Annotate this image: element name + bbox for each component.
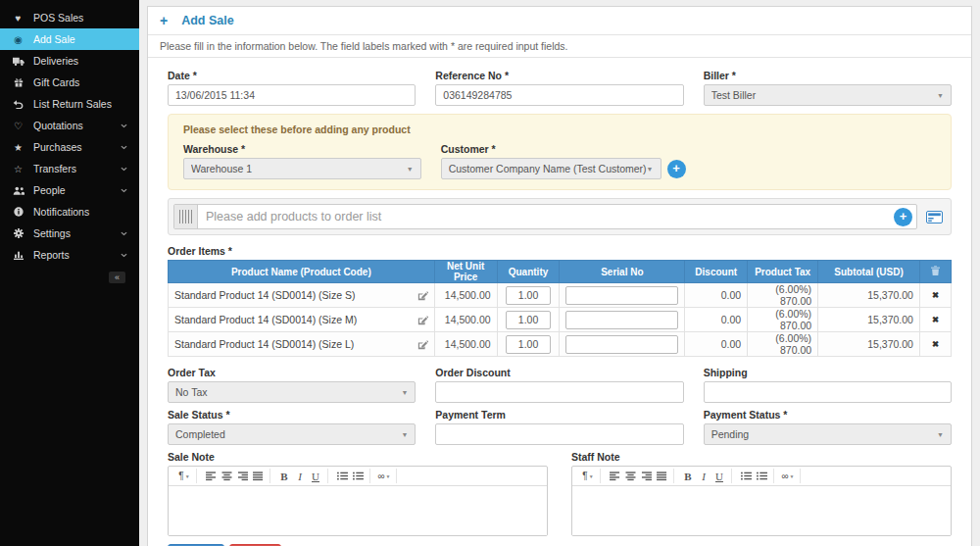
sale-status-select[interactable]: Completed ▼ bbox=[168, 423, 416, 445]
trash-icon bbox=[931, 267, 940, 277]
paragraph-style-icon[interactable]: ¶▼ bbox=[177, 469, 191, 483]
align-center-icon[interactable] bbox=[623, 469, 637, 483]
sidebar-item-list-return-sales[interactable]: List Return Sales bbox=[0, 93, 139, 115]
sidebar-item-purchases[interactable]: ★Purchases bbox=[0, 136, 139, 158]
biller-select[interactable]: Test Biller ▼ bbox=[704, 84, 952, 106]
delete-cell: ✖ bbox=[919, 308, 951, 332]
sidebar-item-label: Transfers bbox=[33, 163, 112, 174]
sidebar-item-label: Deliveries bbox=[33, 55, 127, 67]
link-icon[interactable]: ∞▼ bbox=[377, 469, 391, 483]
link-icon[interactable]: ∞▼ bbox=[781, 469, 795, 483]
chevron-down-icon: ▼ bbox=[401, 431, 408, 438]
underline-icon[interactable]: U bbox=[712, 469, 726, 483]
quantity-cell bbox=[497, 332, 560, 357]
chevron-down-icon: ▼ bbox=[937, 92, 944, 99]
order-item-row: Standard Product 14 (SD0014) (Size S)14,… bbox=[169, 283, 952, 308]
align-center-icon[interactable] bbox=[220, 469, 233, 483]
sidebar-item-gift-cards[interactable]: Gift Cards bbox=[0, 72, 139, 93]
italic-icon[interactable]: I bbox=[697, 469, 710, 483]
biller-value: Test Biller bbox=[711, 89, 937, 101]
payment-term-input[interactable] bbox=[435, 423, 683, 445]
paragraph-style-icon[interactable]: ¶▼ bbox=[581, 469, 595, 483]
bold-icon[interactable]: B bbox=[277, 469, 291, 483]
payment-status-label: Payment Status * bbox=[704, 409, 952, 421]
product-tax-cell: (6.00%) 870.00 bbox=[748, 283, 818, 308]
sidebar-item-people[interactable]: People bbox=[0, 179, 139, 201]
edit-product-icon[interactable] bbox=[417, 339, 428, 350]
payment-term-label: Payment Term bbox=[435, 409, 683, 421]
ordered-list-icon[interactable] bbox=[351, 469, 365, 483]
align-justify-icon[interactable] bbox=[655, 469, 668, 483]
app-window: ♥POS Sales◉Add SaleDeliveriesGift CardsL… bbox=[0, 0, 980, 546]
serial-no-input[interactable] bbox=[565, 311, 678, 329]
add-product-button[interactable]: + bbox=[894, 208, 912, 226]
sidebar-item-transfers[interactable]: ☆Transfers bbox=[0, 158, 139, 179]
customer-select[interactable]: Customer Company Name (Test Customer) ▼ bbox=[441, 158, 662, 179]
sidebar-item-settings[interactable]: Settings bbox=[0, 223, 139, 244]
order-tax-select[interactable]: No Tax ▼ bbox=[168, 381, 416, 403]
remove-row-icon[interactable]: ✖ bbox=[926, 315, 945, 324]
edit-product-icon[interactable] bbox=[417, 315, 428, 325]
chevron-down-icon bbox=[121, 188, 127, 193]
ordered-list-icon[interactable] bbox=[755, 469, 768, 483]
delete-column-header bbox=[919, 261, 951, 283]
align-right-icon[interactable] bbox=[639, 469, 653, 483]
product-search-input[interactable] bbox=[198, 210, 894, 223]
align-right-icon[interactable] bbox=[235, 469, 249, 483]
payment-status-select[interactable]: Pending ▼ bbox=[704, 423, 952, 445]
align-justify-icon[interactable] bbox=[251, 469, 265, 483]
sidebar-item-label: Gift Cards bbox=[33, 76, 127, 88]
serial-no-input[interactable] bbox=[565, 286, 678, 305]
shipping-input[interactable] bbox=[704, 381, 952, 403]
column-header: Product Name (Product Code) bbox=[169, 261, 435, 283]
unordered-list-icon[interactable] bbox=[739, 469, 753, 483]
product-search-bar: + bbox=[168, 198, 952, 235]
sidebar-item-add-sale[interactable]: ◉Add Sale bbox=[0, 28, 139, 50]
date-input[interactable] bbox=[168, 84, 416, 106]
add-customer-button[interactable]: + bbox=[667, 160, 686, 178]
sidebar-collapse-button[interactable]: « bbox=[109, 272, 125, 283]
sidebar-item-pos-sales[interactable]: ♥POS Sales bbox=[0, 7, 139, 28]
remove-row-icon[interactable]: ✖ bbox=[926, 290, 945, 300]
staff-note-field: Staff Note ¶▼BIU∞▼ bbox=[571, 451, 952, 536]
order-discount-field: Order Discount bbox=[435, 367, 683, 403]
form-body: Date * Reference No * Biller * Test Bill… bbox=[148, 58, 971, 546]
staff-note-content[interactable] bbox=[572, 486, 951, 535]
order-discount-input[interactable] bbox=[435, 381, 683, 403]
quantity-input[interactable] bbox=[506, 286, 551, 305]
main-area: + Add Sale Please fill in the informatio… bbox=[139, 0, 980, 546]
warehouse-select[interactable]: Warehouse 1 ▼ bbox=[183, 158, 421, 179]
sidebar-item-reports[interactable]: Reports bbox=[0, 244, 139, 266]
toolbar-group: ¶▼ bbox=[172, 469, 197, 483]
italic-icon[interactable]: I bbox=[293, 469, 307, 483]
chevron-down-icon bbox=[121, 124, 127, 128]
chevron-down-icon: ▼ bbox=[407, 166, 414, 173]
code-icon[interactable] bbox=[404, 469, 417, 483]
underline-icon[interactable]: U bbox=[309, 469, 322, 483]
reference-no-input[interactable] bbox=[435, 84, 683, 106]
code-icon[interactable] bbox=[808, 469, 821, 483]
barcode-icon bbox=[174, 205, 198, 228]
sidebar-item-deliveries[interactable]: Deliveries bbox=[0, 50, 139, 72]
bold-icon[interactable]: B bbox=[681, 469, 695, 483]
order-items-table: Product Name (Product Code)Net Unit Pric… bbox=[168, 260, 952, 357]
discount-cell: 0.00 bbox=[685, 308, 748, 332]
heart-icon: ♥ bbox=[12, 13, 24, 24]
order-item-row: Standard Product 14 (SD0014) (Size L)14,… bbox=[169, 332, 952, 357]
align-left-icon[interactable] bbox=[608, 469, 621, 483]
sidebar-item-quotations[interactable]: ♡Quotations bbox=[0, 115, 139, 136]
staff-note-editor: ¶▼BIU∞▼ bbox=[571, 466, 952, 536]
order-tax-field: Order Tax No Tax ▼ bbox=[168, 367, 416, 403]
warehouse-value: Warehouse 1 bbox=[191, 163, 407, 174]
serial-no-input[interactable] bbox=[565, 335, 678, 354]
remove-row-icon[interactable]: ✖ bbox=[926, 339, 945, 349]
quantity-input[interactable] bbox=[506, 311, 551, 329]
delete-cell: ✖ bbox=[919, 283, 951, 308]
edit-product-icon[interactable] bbox=[417, 290, 428, 301]
align-left-icon[interactable] bbox=[204, 469, 218, 483]
sidebar-item-notifications[interactable]: Notifications bbox=[0, 201, 139, 223]
sale-note-content[interactable] bbox=[169, 486, 547, 535]
unordered-list-icon[interactable] bbox=[335, 469, 349, 483]
quantity-input[interactable] bbox=[506, 335, 551, 354]
keypad-icon[interactable] bbox=[926, 211, 943, 223]
